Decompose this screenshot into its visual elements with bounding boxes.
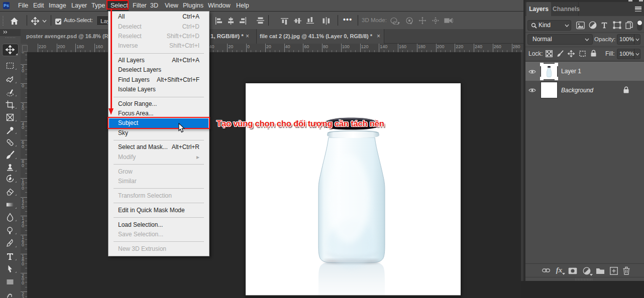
svg-text:fx: fx [556,266,563,274]
